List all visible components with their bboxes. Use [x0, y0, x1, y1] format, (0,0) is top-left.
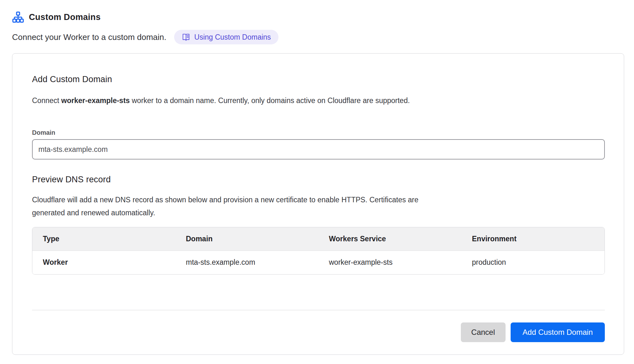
- sitemap-icon: [12, 11, 24, 23]
- cancel-button[interactable]: Cancel: [461, 322, 506, 342]
- page-title: Custom Domains: [29, 12, 101, 22]
- column-header-environment: Environment: [461, 227, 605, 250]
- column-header-type: Type: [32, 227, 175, 250]
- table-header-row: Type Domain Workers Service Environment: [32, 227, 605, 250]
- dns-record-table: Type Domain Workers Service Environment …: [32, 227, 605, 275]
- footer-divider: [32, 310, 605, 310]
- preview-dns-heading: Preview DNS record: [32, 175, 605, 185]
- dns-record-row: Worker mta-sts.example.com worker-exampl…: [32, 250, 605, 274]
- cell-type: Worker: [32, 250, 175, 274]
- add-custom-domain-card: Add Custom Domain Connect worker-example…: [12, 53, 624, 355]
- preview-dns-description: Cloudflare will add a new DNS record as …: [32, 193, 605, 219]
- description-suffix: worker to a domain name. Currently, only…: [130, 96, 410, 105]
- cell-workers-service: worker-example-sts: [318, 250, 461, 274]
- preview-dns-description-line2: generated and renewed automatically.: [32, 206, 605, 219]
- card-description: Connect worker-example-sts worker to a d…: [32, 96, 605, 106]
- domain-label: Domain: [32, 129, 605, 136]
- column-header-domain: Domain: [175, 227, 318, 250]
- worker-name: worker-example-sts: [61, 96, 130, 105]
- cell-environment: production: [461, 250, 605, 274]
- page-header: Custom Domains Connect your Worker to a …: [0, 0, 634, 44]
- subtitle-row: Connect your Worker to a custom domain. …: [12, 30, 634, 44]
- domain-field-group: Domain: [32, 129, 605, 159]
- preview-dns-description-line1: Cloudflare will add a new DNS record as …: [32, 193, 605, 206]
- add-custom-domain-button[interactable]: Add Custom Domain: [511, 322, 605, 342]
- footer-actions: Cancel Add Custom Domain: [32, 322, 605, 342]
- domain-input[interactable]: [32, 139, 605, 159]
- description-prefix: Connect: [32, 96, 61, 105]
- book-icon: [182, 33, 190, 42]
- cell-domain: mta-sts.example.com: [175, 250, 318, 274]
- docs-link-label: Using Custom Domains: [194, 33, 271, 42]
- title-row: Custom Domains: [12, 11, 634, 23]
- card-heading: Add Custom Domain: [32, 75, 605, 84]
- page-subtitle: Connect your Worker to a custom domain.: [12, 32, 167, 42]
- column-header-workers-service: Workers Service: [318, 227, 461, 250]
- docs-link-badge[interactable]: Using Custom Domains: [174, 30, 279, 44]
